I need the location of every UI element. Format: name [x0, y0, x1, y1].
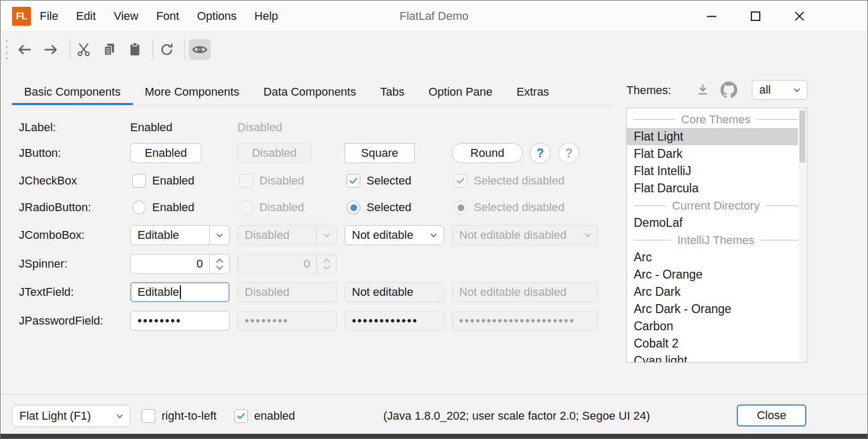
- radio-disabled: [239, 201, 253, 214]
- radio-enabled[interactable]: [132, 201, 146, 214]
- checkmark-icon: [348, 175, 359, 187]
- chevron-down-icon[interactable]: [110, 406, 130, 426]
- combobox-not-editable-value: Not editable: [352, 228, 413, 242]
- tab-extras[interactable]: Extras: [505, 79, 561, 105]
- textfield-not-editable-disabled-value: Not editable disabled: [459, 285, 566, 299]
- text-caret: [180, 285, 181, 299]
- radio-selected-label[interactable]: Selected: [367, 200, 412, 215]
- jpasswordfield-row-label: JPasswordField:: [19, 313, 103, 329]
- themes-label: Themes:: [626, 83, 671, 98]
- checkbox-enabled[interactable]: [132, 174, 146, 188]
- theme-item-cobalt-2[interactable]: Cobalt 2: [627, 335, 798, 352]
- combobox-not-editable-disabled: Not editable disabled: [452, 225, 598, 245]
- download-themes-button[interactable]: [695, 82, 711, 101]
- toolbar-grip[interactable]: [6, 40, 8, 60]
- tab-data-components[interactable]: Data Components: [252, 79, 368, 105]
- close-button[interactable]: Close: [737, 405, 806, 426]
- theme-item-carbon[interactable]: Carbon: [627, 318, 798, 335]
- spinner-enabled[interactable]: 0: [130, 254, 230, 274]
- checkbox-selected-label[interactable]: Selected: [367, 173, 412, 189]
- theme-item-flat-light[interactable]: Flat Light: [627, 128, 798, 145]
- chevron-down-icon[interactable]: [209, 226, 229, 245]
- laf-selector-combobox[interactable]: Flat Light (F1): [12, 405, 130, 427]
- eye-icon: [191, 41, 208, 58]
- radio-disabled-label: Disabled: [259, 200, 304, 215]
- menu-item-edit[interactable]: Edit: [67, 1, 105, 32]
- passwordfield-not-editable-value: ••••••••••••: [352, 314, 418, 328]
- theme-item-flat-darcula[interactable]: Flat Darcula: [627, 180, 798, 197]
- textfield-not-editable[interactable]: Not editable: [345, 282, 444, 302]
- checkbox-selected-disabled: [454, 174, 467, 188]
- spinner-disabled: 0: [237, 254, 337, 274]
- combobox-not-editable[interactable]: Not editable: [345, 225, 444, 245]
- spinner-buttons[interactable]: [209, 255, 229, 273]
- theme-item-demolaf[interactable]: DemoLaf: [627, 214, 798, 232]
- scrollbar-thumb[interactable]: [800, 110, 805, 163]
- checkbox-selected[interactable]: [347, 174, 360, 188]
- theme-item-flat-dark[interactable]: Flat Dark: [627, 145, 798, 163]
- themes-scrollbar[interactable]: [798, 109, 806, 362]
- menu-item-file[interactable]: File: [31, 1, 67, 32]
- minimize-button[interactable]: [693, 1, 730, 32]
- app-logo: FL: [12, 7, 31, 26]
- theme-item-arc-orange[interactable]: Arc - Orange: [627, 266, 798, 283]
- forward-button[interactable]: [40, 39, 61, 60]
- tab-tabs[interactable]: Tabs: [368, 79, 416, 105]
- themes-filter-combobox[interactable]: all: [752, 80, 807, 100]
- theme-item-arc-dark[interactable]: Arc Dark: [627, 283, 798, 301]
- enabled-checkbox[interactable]: [234, 409, 248, 423]
- theme-item-flat-intellij[interactable]: Flat IntelliJ: [627, 163, 798, 180]
- right-to-left-checkbox[interactable]: [142, 409, 155, 423]
- jtextfield-row-label: JTextField:: [19, 284, 74, 300]
- tab-option-pane[interactable]: Option Pane: [416, 79, 504, 105]
- theme-item-cyan-light[interactable]: Cyan light: [627, 352, 798, 363]
- combobox-disabled: Disabled: [237, 225, 337, 245]
- enabled-button[interactable]: Enabled: [130, 143, 201, 163]
- chevron-down-icon: [323, 265, 331, 270]
- back-button[interactable]: [14, 39, 35, 60]
- textfield-editable[interactable]: Editable: [130, 282, 230, 302]
- show-toggle-button[interactable]: [189, 39, 211, 60]
- radio-selected[interactable]: [347, 201, 360, 214]
- cut-button[interactable]: [73, 39, 94, 60]
- refresh-button[interactable]: [156, 39, 177, 60]
- checkbox-enabled-label[interactable]: Enabled: [152, 173, 195, 189]
- theme-item-arc[interactable]: Arc: [627, 249, 798, 266]
- spinner-enabled-value[interactable]: 0: [197, 257, 203, 271]
- menu-item-view[interactable]: View: [105, 1, 147, 32]
- passwordfield-enabled[interactable]: ••••••••: [130, 311, 230, 331]
- menu-item-options[interactable]: Options: [188, 1, 246, 32]
- help-button[interactable]: ?: [530, 143, 551, 164]
- enabled-checkbox-label[interactable]: enabled: [254, 408, 295, 424]
- checkbox-selected-disabled-label: Selected disabled: [474, 173, 565, 189]
- github-icon: [721, 82, 737, 98]
- chevron-down-icon[interactable]: [787, 80, 807, 99]
- combobox-editable[interactable]: Editable: [130, 225, 230, 245]
- close-window-button[interactable]: [781, 1, 818, 32]
- copy-button[interactable]: [99, 39, 120, 60]
- round-button[interactable]: Round: [452, 143, 523, 163]
- chevron-down-icon[interactable]: [424, 226, 443, 245]
- jspinner-row-label: JSpinner:: [19, 256, 67, 272]
- combobox-disabled-value: Disabled: [245, 228, 290, 242]
- right-to-left-label[interactable]: right-to-left: [162, 408, 216, 424]
- passwordfield-not-editable-disabled-value: •••••••••••••••••••••: [459, 314, 575, 328]
- menu-item-help[interactable]: Help: [246, 1, 287, 32]
- passwordfield-not-editable[interactable]: ••••••••••••: [345, 311, 444, 331]
- tab-more-components[interactable]: More Components: [133, 79, 252, 105]
- window-bottom-edge: [1, 434, 867, 438]
- theme-item-arc-dark-orange[interactable]: Arc Dark - Orange: [627, 301, 798, 318]
- tab-basic-components[interactable]: Basic Components: [12, 79, 133, 105]
- paste-button[interactable]: [124, 39, 145, 60]
- theme-group-separator: Core Themes: [634, 111, 798, 128]
- square-button[interactable]: Square: [345, 143, 415, 163]
- clipboard-icon: [127, 42, 143, 57]
- checkmark-icon: [455, 175, 466, 187]
- textfield-editable-value: Editable: [138, 285, 179, 299]
- jlabel-row-label: JLabel:: [19, 120, 56, 135]
- refresh-icon: [159, 42, 175, 57]
- maximize-button[interactable]: [737, 1, 774, 32]
- radio-enabled-label[interactable]: Enabled: [152, 200, 195, 215]
- menu-item-font[interactable]: Font: [147, 1, 188, 32]
- github-link-button[interactable]: [721, 82, 737, 101]
